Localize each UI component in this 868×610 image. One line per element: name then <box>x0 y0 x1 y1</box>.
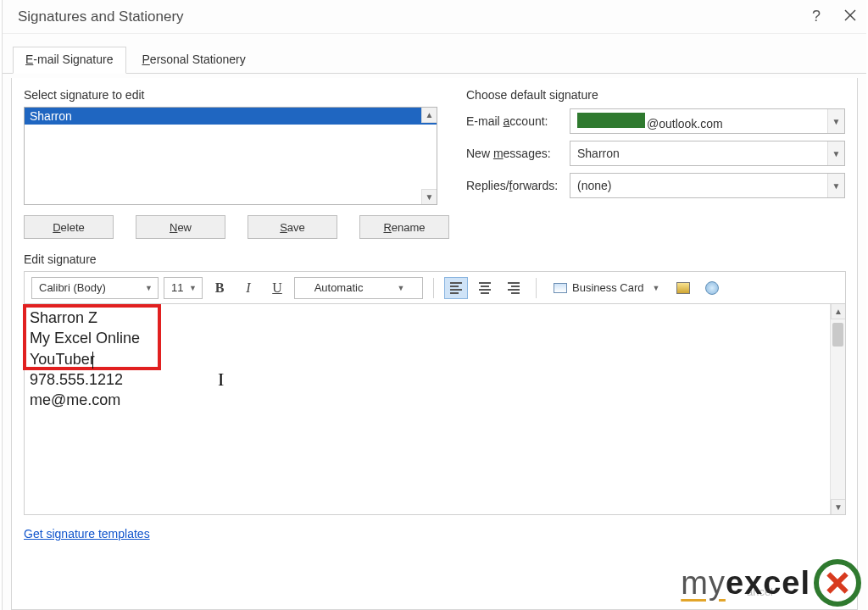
font-combo[interactable]: Calibri (Body)▼ <box>31 277 159 299</box>
signature-editor[interactable]: Sharron Z My Excel Online YouTuber 978.5… <box>24 303 846 515</box>
text-caret <box>92 352 93 369</box>
titlebar: Signatures and Stationery ? <box>3 0 866 34</box>
align-center-button[interactable] <box>473 277 497 299</box>
chevron-down-icon[interactable]: ▼ <box>145 284 153 292</box>
signature-listbox[interactable]: Sharron ▲ ▼ <box>24 107 437 205</box>
sig-line[interactable]: me@me.com <box>30 390 840 410</box>
font-color-combo[interactable]: Automatic▼ <box>294 277 423 299</box>
replies-forwards-label: Replies/forwards: <box>466 179 570 192</box>
rename-button[interactable]: Rename <box>359 215 449 239</box>
align-left-button[interactable] <box>444 277 468 299</box>
font-color-value: Automatic <box>314 281 364 294</box>
chevron-down-icon[interactable]: ▼ <box>189 284 197 292</box>
tab-personal-stationery[interactable]: Personal Stationery <box>130 47 259 74</box>
new-button[interactable]: New <box>136 215 225 239</box>
save-button[interactable]: Save <box>248 215 337 239</box>
replies-forwards-value: (none) <box>577 179 611 192</box>
tab-email-signature[interactable]: E-mail Signature <box>13 47 126 74</box>
close-icon[interactable] <box>844 9 856 24</box>
scroll-up-icon[interactable]: ▲ <box>831 304 845 319</box>
scroll-thumb[interactable] <box>832 323 843 347</box>
sig-line[interactable]: My Excel Online <box>30 328 840 348</box>
toolbar-separator <box>433 278 434 298</box>
font-value: Calibri (Body) <box>39 281 106 294</box>
new-messages-combo[interactable]: Sharron ▼ <box>570 141 845 166</box>
myexcel-branding: myexcel <box>681 559 861 607</box>
tab-panel: Select signature to edit Sharron ▲ ▼ Del… <box>11 78 858 610</box>
business-card-label: Business Card <box>572 281 644 294</box>
signature-item-selected[interactable]: Sharron <box>25 108 437 125</box>
replies-forwards-combo[interactable]: (none) ▼ <box>570 173 845 198</box>
editor-scrollbar[interactable]: ▲ ▼ <box>830 304 845 514</box>
chevron-down-icon[interactable]: ▼ <box>397 284 404 292</box>
email-account-combo[interactable]: @outlook.com ▼ <box>570 108 845 134</box>
font-size-value: 11 <box>171 281 183 294</box>
signatures-dialog: Signatures and Stationery ? E-mail Signa… <box>2 0 866 610</box>
email-account-label: E-mail account: <box>466 114 570 128</box>
sig-line[interactable]: YouTuber <box>30 349 840 369</box>
globe-icon <box>705 281 719 295</box>
chevron-down-icon[interactable]: ▼ <box>827 141 844 165</box>
get-signature-templates-link[interactable]: Get signature templates <box>24 527 150 541</box>
listbox-scroll-up-icon[interactable]: ▲ <box>421 108 437 123</box>
business-card-button[interactable]: Business Card ▼ <box>547 277 666 299</box>
new-messages-value: Sharron <box>577 147 620 160</box>
email-account-suffix: @outlook.com <box>647 117 723 130</box>
brand-my: my <box>681 565 726 602</box>
redacted-account-prefix <box>577 113 645 128</box>
tabs: E-mail Signature Personal Stationery <box>3 39 866 74</box>
choose-default-label: Choose default signature <box>466 88 845 102</box>
business-card-icon <box>554 283 567 293</box>
window-title: Signatures and Stationery <box>18 8 184 25</box>
help-icon[interactable]: ? <box>812 8 821 25</box>
new-messages-label: New messages: <box>466 147 570 160</box>
select-signature-label: Select signature to edit <box>24 88 449 102</box>
font-size-combo[interactable]: 11▼ <box>164 277 203 299</box>
bold-button[interactable]: B <box>208 277 231 299</box>
chevron-down-icon[interactable]: ▼ <box>827 109 844 133</box>
brand-excel: excel <box>726 565 810 602</box>
underline-button[interactable]: U <box>265 277 289 299</box>
format-toolbar: Calibri (Body)▼ 11▼ B I U Automatic▼ <box>24 271 846 303</box>
insert-picture-button[interactable] <box>671 277 695 299</box>
insert-hyperlink-button[interactable] <box>700 277 724 299</box>
chevron-down-icon[interactable]: ▼ <box>827 174 844 197</box>
listbox-scroll-down-icon[interactable]: ▼ <box>421 189 437 204</box>
chevron-down-icon[interactable]: ▼ <box>653 284 660 292</box>
toolbar-separator <box>536 278 537 298</box>
sig-line[interactable]: 978.555.1212 <box>30 369 840 390</box>
align-right-button[interactable] <box>502 277 526 299</box>
italic-button[interactable]: I <box>236 277 260 299</box>
scroll-down-icon[interactable]: ▼ <box>831 499 845 514</box>
delete-button[interactable]: Delete <box>24 215 114 239</box>
edit-signature-label: Edit signature <box>24 252 845 266</box>
signature-text[interactable]: Sharron Z My Excel Online YouTuber 978.5… <box>25 304 845 413</box>
sig-line[interactable]: Sharron Z <box>30 308 840 328</box>
i-beam-cursor-icon: I <box>218 369 224 391</box>
brand-logo-icon <box>814 559 861 607</box>
picture-icon <box>676 282 690 294</box>
